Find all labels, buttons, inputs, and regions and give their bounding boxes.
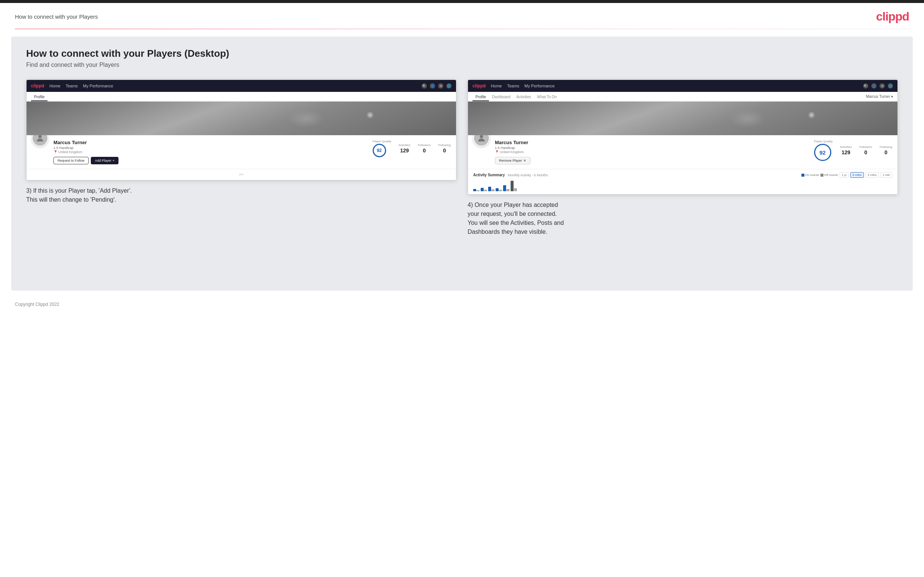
caption-left: 3) If this is your Player tap, 'Add Play…	[26, 186, 456, 204]
tab-dashboard-right[interactable]: Dashboard	[489, 93, 513, 101]
bar-offcourse-3	[491, 189, 494, 191]
activity-chart	[473, 180, 892, 191]
tab-what-to-on-right[interactable]: What To On	[534, 93, 560, 101]
bar-group-2	[481, 188, 487, 191]
nav-performance-right[interactable]: My Performance	[524, 84, 555, 88]
time-btn-1yr[interactable]: 1 yr	[840, 172, 849, 178]
tab-profile-left[interactable]: Profile	[31, 93, 47, 101]
settings-icon-right[interactable]: ⚙	[880, 83, 885, 89]
player-info-left: Marcus Turner 1-5 Handicap 📍 United King…	[53, 138, 367, 164]
quality-label-left: Player Quality	[373, 140, 391, 143]
nav-icons-left: 🔍 👤 ⚙ 🌐	[422, 83, 452, 89]
stat-following-right: Following 0	[880, 145, 892, 155]
nav-home-left[interactable]: Home	[49, 84, 60, 88]
stat-followers-left: Followers 0	[418, 143, 431, 153]
bar-oncourse-6	[510, 181, 514, 191]
caption-right: 4) Once your Player has acceptedyour req…	[468, 201, 898, 236]
legend-dot-on	[801, 174, 804, 177]
activities-label-right: Activities	[840, 145, 852, 148]
bar-oncourse-1	[473, 189, 476, 191]
time-btn-1mth[interactable]: 1 mth	[880, 172, 892, 178]
scissors-icon: ✂	[239, 171, 244, 178]
banner-right	[468, 102, 897, 135]
quality-value-left: 92	[373, 144, 386, 157]
main-heading: How to connect with your Players (Deskto…	[26, 48, 898, 60]
remove-player-label: Remove Player	[499, 159, 522, 163]
bar-group-6	[510, 181, 517, 191]
mockup-tabs-left: Profile	[27, 92, 456, 102]
following-value-left: 0	[438, 148, 451, 153]
time-btn-3mths[interactable]: 3 mths	[865, 172, 879, 178]
player-location-left: 📍 United Kingdom	[53, 150, 367, 154]
legend-off-label: Off course	[824, 173, 838, 177]
activity-controls: On course Off course 1 yr 6 mths 3 mths …	[801, 172, 892, 178]
nav-icons-right: 🔍 👤 ⚙ 🌐	[863, 83, 893, 89]
activity-header: Activity Summary Monthly Activity - 6 Mo…	[473, 172, 892, 178]
followers-value-left: 0	[418, 148, 431, 153]
banner-golf-left	[27, 102, 456, 135]
svg-point-1	[480, 135, 483, 138]
time-btn-6mths[interactable]: 6 mths	[850, 172, 864, 178]
flag-icon-right[interactable]: 🌐	[888, 83, 893, 89]
nav-logo-left: clippd	[31, 83, 44, 89]
nav-performance-left[interactable]: My Performance	[83, 84, 113, 88]
player-info-right: Marcus Turner 1-5 Handicap 📍 United King…	[495, 138, 809, 164]
user-icon-left[interactable]: 👤	[430, 83, 435, 89]
nav-teams-right[interactable]: Teams	[507, 84, 519, 88]
activity-title-group: Activity Summary Monthly Activity - 6 Mo…	[473, 173, 548, 177]
tab-player-name-right: Marcus Turner ▾	[866, 93, 893, 100]
bar-offcourse-1	[477, 190, 480, 191]
bar-group-4	[496, 188, 502, 191]
following-label-right: Following	[880, 145, 892, 148]
caption-left-text: 3) If this is your Player tap, 'Add Play…	[26, 187, 132, 203]
main-content: How to connect with your Players (Deskto…	[11, 37, 913, 290]
close-icon-remove: ✕	[523, 159, 526, 163]
nav-items-right: Home Teams My Performance	[491, 84, 863, 88]
stat-activities-right: Activities 129	[840, 145, 852, 155]
activities-value-left: 129	[399, 148, 410, 153]
nav-items-left: Home Teams My Performance	[49, 84, 422, 88]
quality-label-right: Player Quality	[814, 140, 833, 143]
bar-group-5	[503, 185, 509, 191]
profile-section-right: Marcus Turner 1-5 Handicap 📍 United King…	[468, 135, 897, 169]
stats-left: Player Quality 92 Activities 129 Followe…	[373, 138, 451, 157]
location-pin-icon-left: 📍	[53, 150, 58, 154]
banner-golf-right	[468, 102, 897, 135]
stat-followers-right: Followers 0	[859, 145, 872, 155]
remove-player-button[interactable]: Remove Player ✕	[495, 157, 530, 164]
app-mockup-right: clippd Home Teams My Performance 🔍 👤 ⚙ 🌐	[468, 79, 898, 195]
nav-logo-right: clippd	[472, 83, 486, 89]
app-mockup-left: clippd Home Teams My Performance 🔍 👤 ⚙ 🌐	[26, 79, 456, 181]
followers-value-right: 0	[859, 149, 872, 155]
add-player-button[interactable]: Add Player +	[91, 157, 118, 164]
stat-following-left: Following 0	[438, 143, 451, 153]
user-icon-right[interactable]: 👤	[871, 83, 877, 89]
activity-subtitle: Monthly Activity - 6 Months	[507, 173, 548, 177]
bar-group-1	[473, 189, 480, 191]
tab-profile-right[interactable]: Profile	[472, 93, 489, 101]
settings-icon-left[interactable]: ⚙	[438, 83, 443, 89]
bar-oncourse-4	[496, 188, 499, 191]
bar-offcourse-6	[514, 188, 517, 191]
stat-quality-left: Player Quality 92	[373, 140, 391, 157]
flag-icon-left[interactable]: 🌐	[446, 83, 452, 89]
bar-offcourse-4	[499, 190, 502, 191]
stats-right: Player Quality 92 Activities 129 Followe…	[814, 138, 892, 161]
followers-label-right: Followers	[859, 145, 872, 148]
activities-value-right: 129	[840, 149, 852, 155]
mockup-nav-left: clippd Home Teams My Performance 🔍 👤 ⚙ 🌐	[27, 80, 456, 92]
copyright-text: Copyright Clippd 2022	[15, 302, 60, 307]
search-icon-right[interactable]: 🔍	[863, 83, 868, 89]
activities-label-left: Activities	[399, 143, 410, 147]
search-icon-left[interactable]: 🔍	[422, 83, 427, 89]
player-name-right: Marcus Turner	[495, 140, 809, 145]
player-location-right: 📍 United Kingdom	[495, 150, 809, 154]
nav-home-right[interactable]: Home	[491, 84, 502, 88]
bar-offcourse-2	[484, 190, 487, 191]
top-accent-bar	[0, 0, 924, 3]
request-follow-button[interactable]: Request to Follow	[53, 157, 89, 164]
nav-teams-left[interactable]: Teams	[66, 84, 78, 88]
bar-oncourse-5	[503, 185, 506, 191]
activity-summary-section: Activity Summary Monthly Activity - 6 Mo…	[468, 169, 897, 194]
tab-activities-right[interactable]: Activities	[513, 93, 534, 101]
